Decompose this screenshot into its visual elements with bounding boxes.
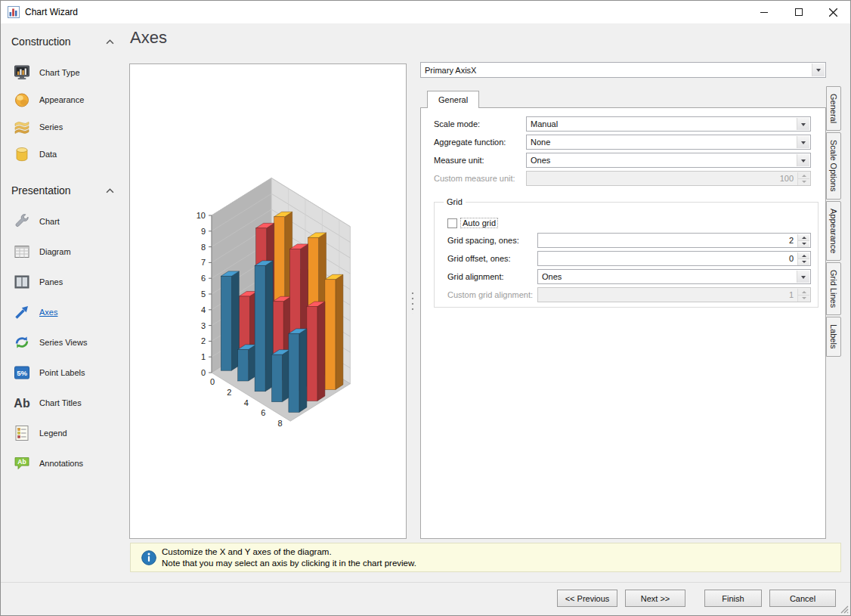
finish-button[interactable]: Finish bbox=[704, 590, 762, 607]
custom-measure-unit-label: Custom measure unit: bbox=[434, 174, 515, 183]
chart-wizard-window: Chart Wizard Construction Chart Type bbox=[0, 0, 851, 616]
sidebar-item-axes[interactable]: Axes bbox=[13, 302, 119, 323]
svg-text:Ab: Ab bbox=[17, 458, 26, 466]
sidebar-section-construction[interactable]: Construction bbox=[11, 34, 114, 49]
auto-grid-checkbox[interactable] bbox=[447, 218, 457, 228]
grid-group-label: Grid bbox=[444, 197, 466, 206]
title-bar[interactable]: Chart Wizard bbox=[1, 1, 850, 23]
vertical-tab-strip: General Scale Options Appearance Grid Li… bbox=[826, 86, 843, 358]
measure-unit-label: Measure unit: bbox=[434, 156, 484, 165]
sidebar-item-legend[interactable]: Legend bbox=[13, 423, 119, 444]
chevron-down-icon[interactable] bbox=[812, 63, 825, 76]
sidebar-item-label: Point Labels bbox=[39, 368, 85, 377]
scale-mode-value: Manual bbox=[531, 119, 558, 128]
spin-up-button[interactable] bbox=[797, 252, 809, 258]
svg-text:9: 9 bbox=[201, 227, 206, 236]
app-icon bbox=[8, 6, 20, 18]
axis-selector-value: Primary AxisX bbox=[425, 66, 476, 75]
sidebar-item-appearance[interactable]: Appearance bbox=[13, 89, 119, 110]
grid-offset-input[interactable]: 0 bbox=[537, 251, 811, 266]
page-title: Axes bbox=[130, 28, 167, 48]
svg-text:8: 8 bbox=[278, 419, 283, 428]
chevron-up-icon bbox=[106, 39, 114, 45]
spinner-buttons bbox=[797, 172, 809, 184]
axes-icon bbox=[13, 303, 31, 321]
panel-splitter[interactable] bbox=[410, 291, 415, 314]
svg-text:4: 4 bbox=[244, 398, 249, 407]
vtab-appearance[interactable]: Appearance bbox=[826, 201, 841, 261]
chart-titles-icon: Ab bbox=[13, 394, 31, 412]
auto-grid-label[interactable]: Auto grid bbox=[460, 218, 498, 228]
chart-preview-panel[interactable]: 01234567891002468 bbox=[129, 63, 407, 539]
info-line-1: Customize the X and Y axes of the diagra… bbox=[162, 546, 416, 558]
scale-mode-select[interactable]: Manual bbox=[526, 116, 811, 132]
sidebar-item-panes[interactable]: Panes bbox=[13, 271, 119, 293]
spin-down-button[interactable] bbox=[797, 240, 809, 247]
sidebar-section-presentation[interactable]: Presentation bbox=[11, 183, 114, 198]
info-icon bbox=[141, 550, 156, 565]
sidebar-item-diagram[interactable]: Diagram bbox=[13, 241, 119, 262]
grid-spacing-input[interactable]: 2 bbox=[537, 233, 811, 248]
sidebar-item-chart-titles[interactable]: Ab Chart Titles bbox=[13, 392, 119, 413]
tab-general[interactable]: General bbox=[427, 91, 479, 108]
custom-measure-unit-value: 100 bbox=[780, 174, 794, 183]
svg-text:7: 7 bbox=[201, 258, 206, 267]
svg-text:8: 8 bbox=[201, 243, 206, 252]
svg-text:4: 4 bbox=[201, 305, 206, 314]
vtab-labels[interactable]: Labels bbox=[826, 317, 841, 356]
resize-grip[interactable] bbox=[840, 605, 849, 614]
spinner-buttons bbox=[797, 234, 809, 246]
maximize-button[interactable] bbox=[781, 1, 815, 23]
chart-preview-svg[interactable]: 01234567891002468 bbox=[130, 64, 406, 538]
legend-icon bbox=[13, 424, 31, 442]
sidebar-item-label: Axes bbox=[39, 308, 57, 317]
vtab-grid-lines[interactable]: Grid Lines bbox=[826, 262, 841, 315]
spin-up-button[interactable] bbox=[797, 234, 809, 240]
chevron-down-icon[interactable] bbox=[797, 271, 809, 283]
measure-unit-select[interactable]: Ones bbox=[526, 153, 811, 168]
svg-text:10: 10 bbox=[197, 211, 206, 220]
minimize-icon bbox=[760, 12, 768, 13]
chevron-down-icon[interactable] bbox=[797, 136, 809, 148]
info-text: Customize the X and Y axes of the diagra… bbox=[162, 546, 416, 569]
sidebar-item-data[interactable]: Data bbox=[13, 144, 119, 165]
close-button[interactable] bbox=[816, 1, 850, 23]
section-label: Construction bbox=[11, 36, 71, 48]
info-line-2: Note that you may select an axis by clic… bbox=[162, 558, 416, 569]
cancel-button[interactable]: Cancel bbox=[769, 590, 836, 607]
svg-text:0: 0 bbox=[201, 368, 206, 377]
grid-alignment-select[interactable]: Ones bbox=[537, 269, 811, 284]
custom-grid-alignment-label: Custom grid alignment: bbox=[447, 290, 533, 299]
sidebar-item-chart-type[interactable]: Chart Type bbox=[13, 62, 119, 83]
vtab-general[interactable]: General bbox=[826, 86, 841, 131]
vtab-scale-options[interactable]: Scale Options bbox=[826, 132, 841, 199]
axis-selector-dropdown[interactable]: Primary AxisX bbox=[420, 62, 826, 78]
previous-button[interactable]: << Previous bbox=[557, 590, 617, 607]
aggregate-function-value: None bbox=[531, 138, 550, 147]
grid-spacing-value: 2 bbox=[789, 236, 794, 245]
spin-down-button[interactable] bbox=[797, 258, 809, 265]
grid-spacing-label: Grid spacing, ones: bbox=[447, 236, 519, 245]
next-button[interactable]: Next >> bbox=[625, 590, 685, 607]
svg-text:0: 0 bbox=[210, 377, 215, 386]
chevron-down-icon[interactable] bbox=[797, 154, 809, 166]
custom-measure-unit-input: 100 bbox=[526, 171, 811, 186]
diagram-icon bbox=[13, 243, 31, 261]
sidebar-item-label: Diagram bbox=[39, 247, 71, 256]
sidebar-item-series-views[interactable]: Series Views bbox=[13, 332, 119, 353]
sidebar-item-point-labels[interactable]: 5% Point Labels bbox=[13, 362, 119, 383]
footer-divider bbox=[1, 582, 851, 583]
chevron-down-icon[interactable] bbox=[797, 118, 809, 130]
sidebar-item-annotations[interactable]: Ab Annotations bbox=[13, 453, 119, 474]
maximize-icon bbox=[795, 8, 803, 16]
svg-text:1: 1 bbox=[201, 352, 206, 361]
sidebar-item-chart[interactable]: Chart bbox=[13, 211, 119, 232]
minimize-button[interactable] bbox=[747, 1, 781, 23]
sidebar-item-series[interactable]: Series bbox=[13, 116, 119, 138]
grid-alignment-label: Grid alignment: bbox=[447, 272, 504, 281]
spinner-buttons bbox=[797, 252, 809, 265]
aggregate-function-select[interactable]: None bbox=[526, 135, 811, 150]
svg-text:5: 5 bbox=[201, 289, 206, 299]
measure-unit-value: Ones bbox=[531, 156, 550, 165]
spin-down-button bbox=[797, 295, 809, 302]
